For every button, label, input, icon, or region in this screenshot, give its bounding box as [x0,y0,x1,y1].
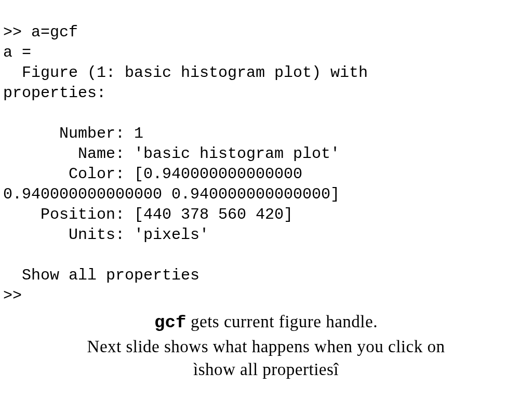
code-line: >> [3,287,22,304]
code-line: a = [3,44,31,61]
code-line: 0.940000000000000 0.940000000000000] [3,185,340,203]
code-line: Show all properties [3,267,200,284]
code-line: properties: [3,84,106,102]
code-line: Number: 1 [3,125,143,142]
code-line: >> a=gcf [3,23,78,41]
caption-text: gets current figure handle. [186,312,378,331]
code-line: Figure (1: basic histogram plot) with [3,64,368,82]
command-window-output: >> a=gcf a = Figure (1: basic histogram … [0,0,532,306]
keyword-gcf: gcf [154,313,186,332]
code-line: Color: [0.940000000000000 [3,165,302,183]
slide-caption: gcf gets current figure handle. Next sli… [0,310,532,381]
caption-line: ìshow all propertiesî [10,358,522,381]
caption-line: gcf gets current figure handle. [10,310,522,335]
code-line: Position: [440 378 560 420] [3,206,293,223]
caption-line: Next slide shows what happens when you c… [10,335,522,358]
code-line: Units: 'pixels' [3,226,209,244]
code-line: Name: 'basic histogram plot' [3,145,340,163]
